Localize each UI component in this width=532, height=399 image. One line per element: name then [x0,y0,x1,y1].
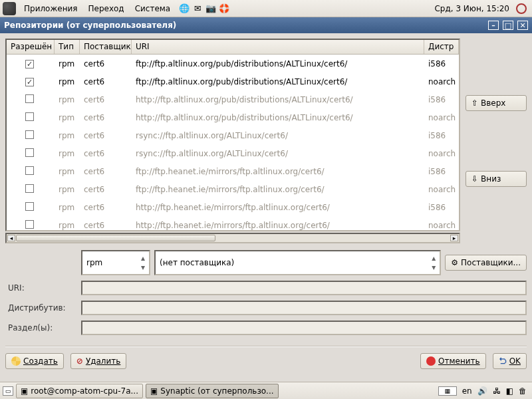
clock[interactable]: Срд, 3 Июн, 15:20 [430,4,513,13]
th-dist[interactable]: Дистр [424,40,459,54]
enabled-checkbox[interactable] [25,94,34,103]
cell-uri: ftp://ftp.altlinux.org/pub/distributions… [132,75,424,88]
cell-uri: http://ftp.altlinux.org/pub/distribution… [132,93,424,106]
cell-dist: noarch [424,111,459,124]
gnome-foot-icon[interactable] [3,2,16,15]
th-vendor[interactable]: Поставщик [80,40,132,54]
th-type[interactable]: Тип [55,40,80,54]
cell-type: rpm [55,183,80,196]
scroll-left-arrow[interactable]: ◂ [7,235,15,241]
new-icon [11,356,21,366]
cell-vendor: cert6 [80,111,132,124]
uri-label: URI: [5,283,77,293]
network-icon[interactable]: 🖧 [490,386,503,396]
vendors-icon: ⚙ [451,258,458,267]
scroll-right-arrow[interactable]: ▸ [450,235,458,241]
uri-input[interactable] [81,281,527,295]
table-row[interactable]: ✓rpmcert6ftp://ftp.altlinux.org/pub/dist… [7,55,459,72]
volume-icon[interactable]: 🔊 [477,386,487,396]
scroll-thumb[interactable] [16,235,215,241]
trash-icon[interactable]: 🗑 [516,386,529,396]
help-icon[interactable]: 🛟 [218,3,230,15]
table-row[interactable]: rpmcert6http://ftp.heanet.ie/mirrors/ftp… [7,216,459,230]
delete-button[interactable]: ⊘Удалить [70,353,127,369]
table-row[interactable]: rpmcert6ftp://ftp.heanet.ie/mirrors/ftp.… [7,180,459,198]
cell-type: rpm [55,147,80,160]
camera-icon[interactable]: 📷 [205,3,217,15]
keyboard-indicator[interactable]: en [460,386,475,396]
sections-input[interactable] [81,321,527,335]
table-row[interactable]: rpmcert6rsync://ftp.altlinux.org/ALTLinu… [7,126,459,144]
th-uri[interactable]: URI [132,40,424,54]
shutdown-icon[interactable] [516,3,527,14]
vendor-combo[interactable]: (нет поставщика) ▴▾ [154,250,441,275]
cell-uri: ftp://ftp.heanet.ie/mirrors/ftp.altlinux… [132,183,424,196]
table-row[interactable]: rpmcert6rsync://ftp.altlinux.org/ALTLinu… [7,144,459,162]
maximize-button[interactable]: □ [503,21,513,30]
task-label: Synaptic (от суперпользо... [160,386,273,396]
table-row[interactable]: rpmcert6http://ftp.altlinux.org/pub/dist… [7,90,459,108]
tray-extra-icon[interactable]: ◧ [506,386,513,396]
menu-applications[interactable]: Приложения [19,2,83,15]
enabled-checkbox[interactable]: ✓ [25,60,34,68]
cell-type: rpm [55,201,80,214]
cancel-icon [426,356,436,366]
cell-dist: noarch [424,147,459,160]
cancel-button[interactable]: Отменить [420,353,486,369]
show-desktop-icon[interactable]: ▭ [3,386,13,396]
browser-icon[interactable]: 🌐 [178,3,190,15]
dist-label: Дистрибутив: [5,303,77,313]
enabled-checkbox[interactable]: ✓ [25,78,34,86]
close-button[interactable]: ✕ [517,21,528,30]
new-button[interactable]: Создать [5,353,64,369]
workspace-switcher[interactable]: ▦ [438,386,457,396]
th-enabled[interactable]: Разрешён [7,40,55,54]
enabled-checkbox[interactable] [25,202,34,211]
gnome-bottom-panel: ▭ ▣root@comp-atom-cpu-7a...▣Synaptic (от… [0,382,532,399]
taskbar-task[interactable]: ▣root@comp-atom-cpu-7a... [16,384,143,398]
table-row[interactable]: rpmcert6http://ftp.heanet.ie/mirrors/ftp… [7,198,459,216]
menu-system[interactable]: Система [130,2,176,15]
cell-uri: rsync://ftp.altlinux.org/ALTLinux/cert6/ [132,129,424,142]
cell-type: rpm [55,93,80,106]
enabled-checkbox[interactable] [25,148,34,157]
cell-type: rpm [55,165,80,178]
menu-places[interactable]: Переход [83,2,130,15]
move-up-label: Вверх [481,98,505,108]
up-arrow-icon: ⇧ [471,98,478,108]
table-row[interactable]: ✓rpmcert6ftp://ftp.altlinux.org/pub/dist… [7,72,459,90]
down-arrow-icon: ⇩ [471,174,478,184]
cell-vendor: cert6 [80,201,132,214]
cell-type: rpm [55,75,80,88]
cell-dist: i586 [424,129,459,142]
cell-uri: rsync://ftp.altlinux.org/ALTLinux/cert6/ [132,147,424,160]
horizontal-scrollbar[interactable]: ◂ ▸ [5,233,460,243]
taskbar-task[interactable]: ▣Synaptic (от суперпользо... [146,384,279,398]
ok-button[interactable]: ⮌OK [493,353,527,369]
delete-label: Удалить [86,356,121,366]
enabled-checkbox[interactable] [25,112,34,121]
cell-dist: noarch [424,219,459,231]
cell-dist: i586 [424,201,459,214]
enabled-checkbox[interactable] [25,184,34,193]
table-row[interactable]: rpmcert6http://ftp.altlinux.org/pub/dist… [7,108,459,126]
cell-type: rpm [55,57,80,70]
move-down-button[interactable]: ⇩Вниз [466,171,527,187]
dist-input[interactable] [81,301,527,315]
cell-dist: noarch [424,183,459,196]
minimize-button[interactable]: – [488,21,499,30]
vendors-button[interactable]: ⚙ Поставщики... [445,255,527,271]
enabled-checkbox[interactable] [25,166,34,175]
mail-icon[interactable]: ✉ [192,3,203,15]
type-combo[interactable]: rpm ▴▾ [81,250,150,275]
move-up-button[interactable]: ⇧Вверх [466,95,527,111]
dialog-button-bar: Создать ⊘Удалить Отменить ⮌OK [5,352,527,370]
table-row[interactable]: rpmcert6ftp://ftp.heanet.ie/mirrors/ftp.… [7,162,459,180]
table-header-row: Разрешён Тип Поставщик URI Дистр [7,40,459,55]
window-titlebar[interactable]: Репозитории (от суперпользователя) – □ ✕ [0,17,532,33]
cell-vendor: cert6 [80,147,132,160]
window-title: Репозитории (от суперпользователя) [4,21,176,30]
enabled-checkbox[interactable] [25,130,34,139]
enabled-checkbox[interactable] [25,220,34,229]
cell-vendor: cert6 [80,75,132,88]
